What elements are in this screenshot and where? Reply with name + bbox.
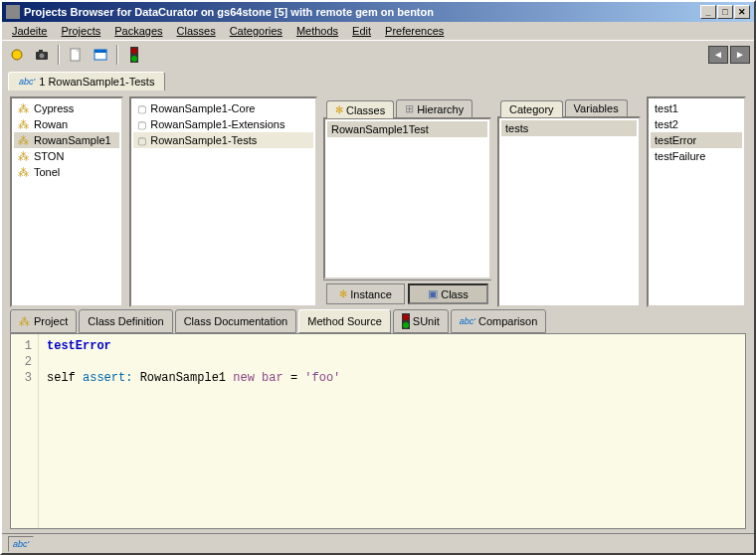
class-item[interactable]: RowanSample1Test bbox=[327, 121, 487, 137]
methods-list[interactable]: test1 test2 testError testFailure bbox=[647, 96, 746, 307]
menu-classes[interactable]: Classes bbox=[171, 23, 222, 39]
toolbar-divider-2 bbox=[116, 45, 118, 65]
projects-column: Cypress Rowan RowanSample1 STON Tonel bbox=[10, 96, 123, 307]
traffic-light-icon bbox=[402, 313, 410, 329]
cube-icon: ▣ bbox=[428, 287, 438, 300]
project-icon bbox=[18, 118, 30, 130]
toolbar-btn-2[interactable] bbox=[31, 44, 53, 66]
variables-tab[interactable]: Variables bbox=[565, 99, 628, 116]
class-button[interactable]: ▣Class bbox=[408, 283, 488, 304]
app-icon bbox=[6, 5, 20, 19]
category-tabs: Category Variables bbox=[497, 96, 641, 116]
code-area[interactable]: testError self assert: RowanSample1 new … bbox=[39, 334, 745, 528]
project-item[interactable]: Tonel bbox=[14, 164, 119, 180]
project-item[interactable]: STON bbox=[14, 148, 119, 164]
toolbar-window-button[interactable] bbox=[90, 44, 111, 66]
class-documentation-tab[interactable]: Class Documentation bbox=[175, 309, 297, 333]
gear-icon: ✻ bbox=[339, 288, 347, 299]
menu-preferences[interactable]: Preferences bbox=[379, 23, 450, 39]
projects-list[interactable]: Cypress Rowan RowanSample1 STON Tonel bbox=[10, 96, 123, 307]
status-bar: abc' bbox=[2, 533, 754, 553]
method-source-tab[interactable]: Method Source bbox=[298, 309, 391, 333]
menu-packages[interactable]: Packages bbox=[108, 23, 168, 39]
instance-class-toggle: ✻Instance ▣Class bbox=[323, 279, 491, 307]
toolbar-divider bbox=[58, 45, 60, 65]
svg-point-0 bbox=[12, 50, 22, 60]
category-tab[interactable]: Category bbox=[500, 100, 563, 117]
project-tab[interactable]: Project bbox=[10, 309, 77, 333]
toolbar-btn-1[interactable] bbox=[6, 44, 28, 66]
svg-point-2 bbox=[40, 53, 45, 58]
menu-categories[interactable]: Categories bbox=[224, 23, 288, 39]
category-item[interactable]: tests bbox=[501, 120, 637, 136]
project-icon bbox=[18, 150, 30, 162]
category-column: Category Variables tests bbox=[497, 96, 641, 307]
window-controls: _ □ ✕ bbox=[700, 5, 750, 19]
method-item[interactable]: testFailure bbox=[651, 148, 742, 164]
project-icon bbox=[18, 134, 30, 146]
package-item[interactable]: RowanSample1-Extensions bbox=[133, 116, 313, 132]
project-icon bbox=[18, 102, 30, 114]
project-icon bbox=[19, 315, 31, 327]
classes-tab[interactable]: ✻Classes bbox=[326, 100, 394, 118]
class-definition-tab[interactable]: Class Definition bbox=[79, 309, 172, 333]
close-button[interactable]: ✕ bbox=[734, 5, 750, 19]
gear-icon: ✻ bbox=[335, 104, 343, 115]
abc-icon: abc' bbox=[19, 77, 35, 87]
main-content: Cypress Rowan RowanSample1 STON Tonel Ro… bbox=[2, 91, 754, 553]
nav-back-button[interactable]: ◄ bbox=[708, 46, 728, 64]
menu-projects[interactable]: Projects bbox=[55, 23, 106, 39]
menubar: Jadeite Projects Packages Classes Catego… bbox=[2, 22, 754, 40]
category-list[interactable]: tests bbox=[497, 116, 641, 307]
titlebar[interactable]: Projects Browser for DataCurator on gs64… bbox=[2, 2, 754, 22]
package-icon bbox=[137, 134, 146, 146]
menu-methods[interactable]: Methods bbox=[290, 23, 344, 39]
window-icon bbox=[94, 48, 107, 62]
method-item[interactable]: testError bbox=[651, 132, 742, 148]
packages-list[interactable]: RowanSample1-Core RowanSample1-Extension… bbox=[129, 96, 317, 307]
window-title: Projects Browser for DataCurator on gs64… bbox=[24, 6, 700, 18]
bottom-tabs: Project Class Definition Class Documenta… bbox=[2, 309, 754, 333]
top-tab-1[interactable]: abc' 1 RowanSample1-Tests bbox=[8, 72, 165, 91]
method-item[interactable]: test2 bbox=[651, 116, 742, 132]
traffic-light-icon bbox=[130, 47, 138, 63]
menu-edit[interactable]: Edit bbox=[346, 23, 377, 39]
instance-button[interactable]: ✻Instance bbox=[326, 283, 405, 304]
methods-column: test1 test2 testError testFailure bbox=[647, 96, 746, 307]
hierarchy-tab[interactable]: ⊞Hierarchy bbox=[396, 99, 472, 117]
package-item[interactable]: RowanSample1-Core bbox=[133, 100, 313, 116]
package-icon bbox=[137, 102, 146, 114]
packages-column: RowanSample1-Core RowanSample1-Extension… bbox=[129, 96, 317, 307]
minimize-button[interactable]: _ bbox=[700, 5, 716, 19]
classes-list[interactable]: RowanSample1Test bbox=[323, 117, 491, 279]
camera-icon bbox=[35, 48, 49, 62]
project-item[interactable]: Rowan bbox=[14, 116, 119, 132]
classes-column: ✻Classes ⊞Hierarchy RowanSample1Test ✻In… bbox=[323, 96, 491, 307]
method-name: testError bbox=[47, 339, 111, 353]
project-icon bbox=[18, 166, 30, 178]
svg-rect-6 bbox=[94, 50, 106, 53]
new-file-icon bbox=[69, 48, 83, 62]
hierarchy-icon: ⊞ bbox=[405, 102, 414, 115]
project-item[interactable]: RowanSample1 bbox=[14, 132, 119, 148]
toolbar-traffic-button[interactable] bbox=[123, 44, 145, 66]
class-tabs: ✻Classes ⊞Hierarchy bbox=[323, 96, 491, 117]
top-tab-strip: abc' 1 RowanSample1-Tests bbox=[2, 68, 754, 91]
menu-jadeite[interactable]: Jadeite bbox=[6, 23, 53, 39]
line-gutter: 1 2 3 bbox=[11, 334, 39, 528]
project-item[interactable]: Cypress bbox=[14, 100, 119, 116]
main-window: Projects Browser for DataCurator on gs64… bbox=[0, 0, 756, 555]
package-item[interactable]: RowanSample1-Tests bbox=[133, 132, 313, 148]
nav-fwd-button[interactable]: ► bbox=[730, 46, 750, 64]
package-icon bbox=[137, 118, 146, 130]
code-editor[interactable]: 1 2 3 testError self assert: RowanSample… bbox=[10, 333, 746, 529]
svg-rect-3 bbox=[39, 50, 43, 53]
comparison-tab[interactable]: abc'Comparison bbox=[451, 309, 547, 333]
sunit-tab[interactable]: SUnit bbox=[393, 309, 449, 333]
status-abc: abc' bbox=[8, 536, 34, 552]
method-item[interactable]: test1 bbox=[651, 100, 742, 116]
upper-panes: Cypress Rowan RowanSample1 STON Tonel Ro… bbox=[2, 91, 754, 309]
toolbar-new-button[interactable] bbox=[65, 44, 87, 66]
maximize-button[interactable]: □ bbox=[717, 5, 733, 19]
abc-icon: abc' bbox=[460, 316, 475, 326]
